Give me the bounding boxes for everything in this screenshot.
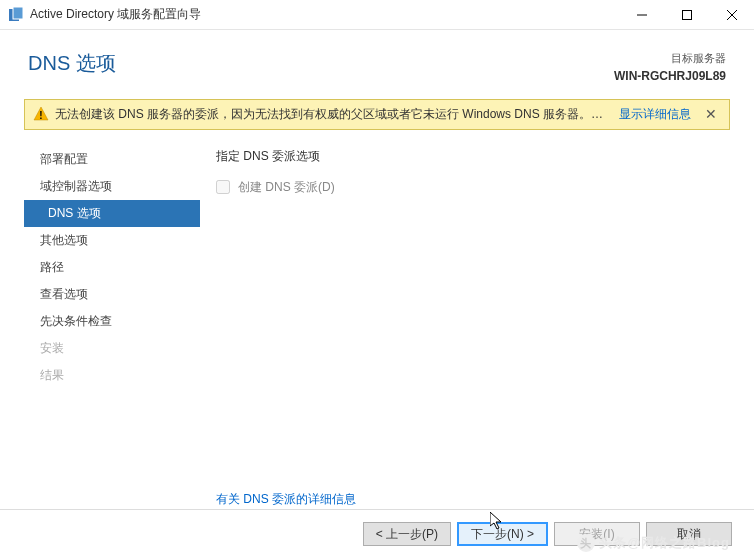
close-button[interactable] [709, 0, 754, 30]
create-dns-delegation-option: 创建 DNS 委派(D) [216, 179, 726, 196]
target-server-label: 目标服务器 [614, 50, 726, 67]
sidebar-step-3[interactable]: 其他选项 [24, 227, 200, 254]
install-button[interactable]: 安装(I) [554, 522, 640, 546]
warning-banner: ! 无法创建该 DNS 服务器的委派，因为无法找到有权威的父区域或者它未运行 W… [24, 99, 730, 130]
window-controls [619, 0, 754, 30]
previous-button[interactable]: < 上一步(P) [363, 522, 451, 546]
svg-text:!: ! [39, 110, 42, 121]
sidebar-step-1[interactable]: 域控制器选项 [24, 173, 200, 200]
target-server-hostname: WIN-RGCHRJ09L89 [614, 67, 726, 85]
maximize-button[interactable] [664, 0, 709, 30]
warning-icon: ! [33, 106, 49, 122]
warning-details-link[interactable]: 显示详细信息 [619, 106, 691, 123]
title-bar: Active Directory 域服务配置向导 [0, 0, 754, 30]
wizard-steps-sidebar: 部署配置域控制器选项DNS 选项其他选项路径查看选项先决条件检查安装结果 [24, 142, 200, 518]
sidebar-step-7: 安装 [24, 335, 200, 362]
wizard-header: DNS 选项 目标服务器 WIN-RGCHRJ09L89 [0, 30, 754, 99]
checkbox-label: 创建 DNS 委派(D) [238, 179, 335, 196]
cancel-button[interactable]: 取消 [646, 522, 732, 546]
wizard-footer: < 上一步(P) 下一步(N) > 安装(I) 取消 [0, 509, 754, 558]
target-server-info: 目标服务器 WIN-RGCHRJ09L89 [614, 50, 726, 85]
content-heading: 指定 DNS 委派选项 [216, 148, 726, 165]
wizard-content: 指定 DNS 委派选项 创建 DNS 委派(D) 有关 DNS 委派的详细信息 [200, 142, 730, 518]
sidebar-step-6[interactable]: 先决条件检查 [24, 308, 200, 335]
page-title: DNS 选项 [28, 50, 116, 77]
window-title: Active Directory 域服务配置向导 [30, 6, 619, 23]
sidebar-step-2[interactable]: DNS 选项 [24, 200, 200, 227]
svg-rect-1 [13, 7, 23, 19]
sidebar-step-5[interactable]: 查看选项 [24, 281, 200, 308]
svg-rect-3 [682, 10, 691, 19]
sidebar-step-0[interactable]: 部署配置 [24, 146, 200, 173]
next-button[interactable]: 下一步(N) > [457, 522, 548, 546]
create-dns-delegation-checkbox[interactable] [216, 180, 230, 194]
dns-delegation-info-link[interactable]: 有关 DNS 委派的详细信息 [216, 491, 356, 508]
minimize-button[interactable] [619, 0, 664, 30]
sidebar-step-4[interactable]: 路径 [24, 254, 200, 281]
app-icon [8, 7, 24, 23]
warning-close-icon[interactable]: ✕ [701, 106, 721, 122]
wizard-body: 部署配置域控制器选项DNS 选项其他选项路径查看选项先决条件检查安装结果 指定 … [0, 142, 754, 518]
sidebar-step-8: 结果 [24, 362, 200, 389]
warning-text: 无法创建该 DNS 服务器的委派，因为无法找到有权威的父区域或者它未运行 Win… [55, 106, 609, 123]
